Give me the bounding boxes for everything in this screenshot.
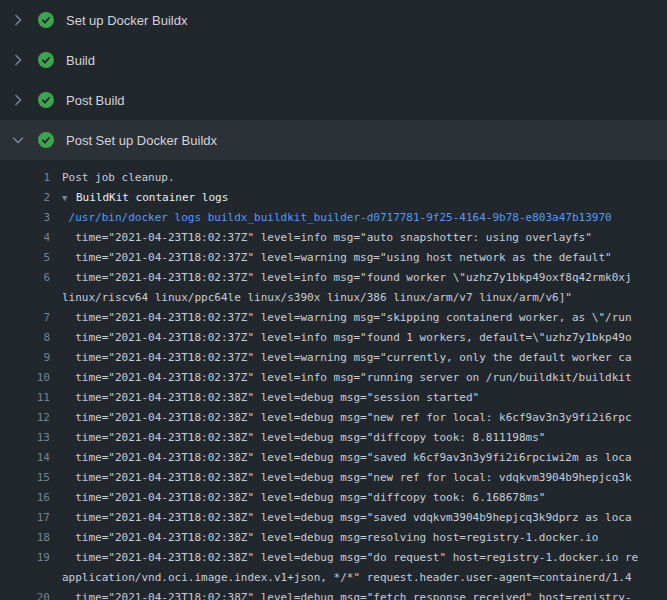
log-line-number[interactable]: 8 [0, 328, 50, 348]
log-line-number[interactable]: 4 [0, 228, 50, 248]
log-line-number[interactable]: 18 [0, 528, 50, 548]
log-line-text: time="2021-04-23T18:02:38Z" level=debug … [62, 528, 598, 548]
log-line-number[interactable]: 19 [0, 548, 50, 568]
log-line: 2 ▼BuildKit container logs [0, 188, 667, 208]
log-line: application/vnd.oci.image.index.v1+json,… [0, 568, 667, 588]
log-line: 1 Post job cleanup. [0, 168, 667, 188]
log-area: 1 Post job cleanup. 2 ▼BuildKit containe… [0, 160, 667, 600]
log-line-text: /usr/bin/docker logs buildx_buildkit_bui… [62, 208, 612, 228]
log-line: 8 time="2021-04-23T18:02:37Z" level=info… [0, 328, 667, 348]
log-line-number[interactable]: 6 [0, 268, 50, 288]
section-label: Set up Docker Buildx [66, 13, 187, 28]
log-line-text: time="2021-04-23T18:02:38Z" level=debug … [62, 448, 632, 468]
log-line-text: time="2021-04-23T18:02:38Z" level=debug … [62, 588, 632, 600]
log-line: 17 time="2021-04-23T18:02:38Z" level=deb… [0, 508, 667, 528]
log-line-number[interactable]: 10 [0, 368, 50, 388]
log-line: 12 time="2021-04-23T18:02:38Z" level=deb… [0, 408, 667, 428]
chevron-right-icon [10, 12, 26, 28]
log-line: 11 time="2021-04-23T18:02:38Z" level=deb… [0, 388, 667, 408]
log-line-text: time="2021-04-23T18:02:38Z" level=debug … [62, 488, 545, 508]
log-line-text: time="2021-04-23T18:02:37Z" level=info m… [62, 368, 632, 388]
section-label: Post Set up Docker Buildx [66, 133, 217, 148]
chevron-right-icon [10, 52, 26, 68]
log-line-text: time="2021-04-23T18:02:37Z" level=info m… [62, 328, 632, 348]
section-header-post-set-up-docker-buildx[interactable]: Post Set up Docker Buildx [0, 120, 667, 160]
log-line-number[interactable]: 15 [0, 468, 50, 488]
actions-log-viewer: Set up Docker Buildx Build Post Build Po… [0, 0, 667, 600]
log-line-number[interactable]: 20 [0, 588, 50, 600]
log-line-number[interactable]: 2 [0, 188, 50, 208]
section-header-post-build[interactable]: Post Build [0, 80, 667, 120]
check-circle-icon [38, 12, 54, 28]
section-label: Post Build [66, 93, 125, 108]
log-line: 4 time="2021-04-23T18:02:37Z" level=info… [0, 228, 667, 248]
log-line: 15 time="2021-04-23T18:02:38Z" level=deb… [0, 468, 667, 488]
log-line-number[interactable]: 11 [0, 388, 50, 408]
log-line-number[interactable]: 16 [0, 488, 50, 508]
section-header-build[interactable]: Build [0, 40, 667, 80]
log-line-text: ▼BuildKit container logs [62, 188, 228, 208]
log-line-number[interactable]: 3 [0, 208, 50, 228]
log-line-text: application/vnd.oci.image.index.v1+json,… [62, 568, 632, 588]
log-line: linux/riscv64 linux/ppc64le linux/s390x … [0, 288, 667, 308]
log-line: 14 time="2021-04-23T18:02:38Z" level=deb… [0, 448, 667, 468]
log-line-text: time="2021-04-23T18:02:37Z" level=warnin… [62, 308, 632, 328]
log-line-number[interactable]: 12 [0, 408, 50, 428]
chevron-right-icon [10, 92, 26, 108]
log-line: 5 time="2021-04-23T18:02:37Z" level=warn… [0, 248, 667, 268]
log-line-number[interactable]: 13 [0, 428, 50, 448]
log-line: 7 time="2021-04-23T18:02:37Z" level=warn… [0, 308, 667, 328]
log-line-text: time="2021-04-23T18:02:38Z" level=debug … [62, 508, 632, 528]
group-toggle-icon[interactable]: ▼ [62, 188, 76, 208]
check-circle-icon [38, 92, 54, 108]
log-line-text: time="2021-04-23T18:02:38Z" level=debug … [62, 468, 632, 488]
log-line: 3 /usr/bin/docker logs buildx_buildkit_b… [0, 208, 667, 228]
check-circle-icon [38, 52, 54, 68]
log-line-number[interactable]: 9 [0, 348, 50, 368]
log-line-text: time="2021-04-23T18:02:37Z" level=info m… [62, 228, 592, 248]
log-line-number[interactable] [0, 568, 50, 588]
section-header-set-up-docker-buildx[interactable]: Set up Docker Buildx [0, 0, 667, 40]
group-label[interactable]: BuildKit container logs [76, 191, 228, 204]
check-circle-icon [38, 132, 54, 148]
log-line-text: Post job cleanup. [62, 168, 175, 188]
log-line: 16 time="2021-04-23T18:02:38Z" level=deb… [0, 488, 667, 508]
log-line: 9 time="2021-04-23T18:02:37Z" level=warn… [0, 348, 667, 368]
log-line-text: time="2021-04-23T18:02:38Z" level=debug … [62, 548, 638, 568]
log-line-text: time="2021-04-23T18:02:37Z" level=warnin… [62, 248, 612, 268]
log-line-text: linux/riscv64 linux/ppc64le linux/s390x … [62, 288, 572, 308]
log-line-text: time="2021-04-23T18:02:38Z" level=debug … [62, 408, 632, 428]
log-line: 18 time="2021-04-23T18:02:38Z" level=deb… [0, 528, 667, 548]
chevron-down-icon [10, 132, 26, 148]
log-line-text: time="2021-04-23T18:02:37Z" level=warnin… [62, 348, 632, 368]
log-line-number[interactable]: 7 [0, 308, 50, 328]
log-line: 20 time="2021-04-23T18:02:38Z" level=deb… [0, 588, 667, 600]
log-line: 13 time="2021-04-23T18:02:38Z" level=deb… [0, 428, 667, 448]
log-line-number[interactable]: 5 [0, 248, 50, 268]
log-line-number[interactable]: 14 [0, 448, 50, 468]
log-line-text: time="2021-04-23T18:02:37Z" level=info m… [62, 268, 632, 288]
log-line-text: time="2021-04-23T18:02:38Z" level=debug … [62, 428, 545, 448]
log-line: 6 time="2021-04-23T18:02:37Z" level=info… [0, 268, 667, 288]
log-line-number[interactable] [0, 288, 50, 308]
log-line: 19 time="2021-04-23T18:02:38Z" level=deb… [0, 548, 667, 568]
section-label: Build [66, 53, 95, 68]
log-line: 10 time="2021-04-23T18:02:37Z" level=inf… [0, 368, 667, 388]
log-line-number[interactable]: 1 [0, 168, 50, 188]
log-line-number[interactable]: 17 [0, 508, 50, 528]
log-line-text: time="2021-04-23T18:02:38Z" level=debug … [62, 388, 479, 408]
